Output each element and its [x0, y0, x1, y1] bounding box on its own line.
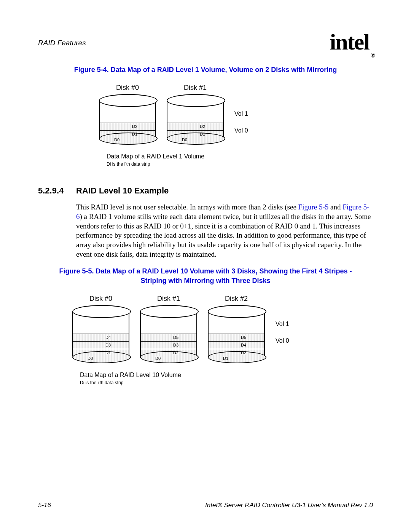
- vol-label: Vol 1: [234, 110, 248, 117]
- data-strip: D0: [88, 356, 93, 361]
- figure-5-5-diagram: Disk #0 D4 D3 D1 D0 Disk #1: [72, 295, 339, 385]
- intel-logo: intel®: [330, 30, 373, 56]
- logo-text: intel: [330, 29, 369, 54]
- section-heading: 5.2.9.4RAID Level 10 Example: [38, 186, 373, 196]
- data-strip: D1: [223, 356, 228, 361]
- section-title: RAID Level 10 Example: [76, 186, 169, 195]
- figure-5-4-diagram: Disk #0 D2 D1 D0 Disk #1: [99, 84, 312, 167]
- figure-5-5-caption: Figure 5-5. Data Map of a RAID Level 10 …: [53, 267, 358, 285]
- disk-icon: D2 D1 D0: [167, 94, 224, 145]
- data-strip: D2: [100, 123, 155, 130]
- diagram-caption: Data Map of a RAID Level 10 Volume Di is…: [80, 372, 339, 385]
- diagram-caption-main: Data Map of a RAID Level 10 Volume: [80, 372, 181, 378]
- disk-icon: D5 D3 D2 D0: [140, 305, 197, 363]
- disk-label: Disk #0: [72, 295, 129, 303]
- disk-icon: D5 D4 D2 D1: [208, 305, 265, 363]
- data-strip: D4: [73, 334, 129, 341]
- diagram-caption-note: Di is the i'th data strip: [107, 161, 312, 167]
- header-title: RAID Features: [38, 39, 86, 47]
- page-header: RAID Features intel®: [38, 30, 373, 56]
- vol-label: Vol 0: [234, 127, 248, 134]
- data-strip: D3: [141, 341, 196, 349]
- disk-label: Disk #2: [208, 295, 265, 303]
- disk-label: Disk #1: [167, 84, 224, 92]
- disk-label: Disk #1: [140, 295, 197, 303]
- registered-mark-icon: ®: [371, 52, 374, 59]
- data-strip: D3: [73, 341, 129, 349]
- diagram-caption-note: Di is the i'th data strip: [80, 380, 339, 385]
- data-strip: D0: [155, 356, 161, 361]
- data-strip: D0: [182, 137, 187, 142]
- figure-5-4-caption: Figure 5-4. Data Map of a RAID Level 1 V…: [53, 65, 358, 74]
- data-strip: D5: [141, 334, 196, 341]
- vol-label: Vol 0: [276, 337, 289, 344]
- data-strip: D2: [167, 123, 223, 130]
- data-strip: D4: [209, 341, 264, 349]
- page-number: 5-16: [38, 502, 51, 509]
- figure-5-5-link[interactable]: Figure 5-5: [298, 203, 329, 211]
- disk-label: Disk #0: [99, 84, 156, 92]
- data-strip: D0: [114, 137, 119, 142]
- diagram-caption-main: Data Map of a RAID Level 1 Volume: [107, 153, 204, 160]
- diagram-caption: Data Map of a RAID Level 1 Volume Di is …: [107, 153, 312, 167]
- page-footer: 5-16 Intel® Server RAID Controller U3-1 …: [38, 502, 373, 509]
- volume-annotations: Vol 1 Vol 0: [234, 110, 248, 145]
- body-paragraph: This RAID level is not user selectable. …: [76, 203, 373, 259]
- vol-label: Vol 1: [276, 321, 289, 328]
- data-strip: D5: [209, 334, 264, 341]
- volume-annotations: Vol 1 Vol 0: [276, 321, 289, 363]
- section-number: 5.2.9.4: [38, 186, 76, 196]
- footer-doc-title: Intel® Server RAID Controller U3-1 User'…: [205, 502, 373, 509]
- disk-icon: D4 D3 D1 D0: [72, 305, 129, 363]
- disk-icon: D2 D1 D0: [99, 94, 156, 145]
